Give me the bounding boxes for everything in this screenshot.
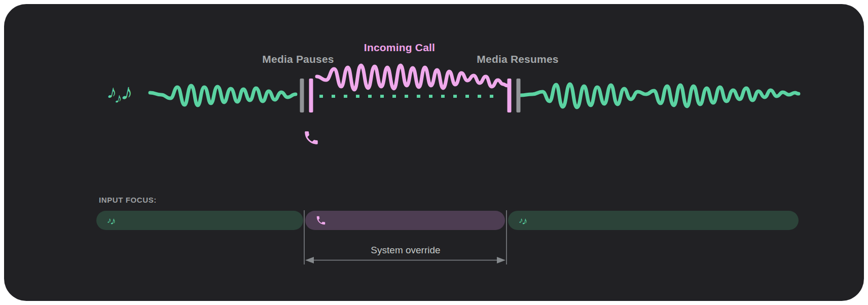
focus-segment-media-after: ♪ ♪	[508, 211, 799, 230]
phone-icon	[303, 129, 320, 146]
music-notes-icon: ♪ ♪	[518, 215, 527, 226]
music-notes-icon: ♪ ♪	[106, 215, 115, 226]
media-wave-before	[150, 86, 296, 105]
resume-marker-pink	[508, 79, 512, 112]
override-arrowhead-left	[305, 257, 314, 263]
resume-marker-gray	[517, 79, 521, 112]
call-wave	[317, 65, 508, 90]
phone-icon	[315, 215, 327, 226]
media-pauses-label: Media Pauses	[262, 53, 334, 65]
input-focus-heading: INPUT FOCUS:	[99, 196, 157, 204]
incoming-call-label: Incoming Call	[364, 42, 435, 54]
system-override-label: System override	[371, 245, 440, 256]
media-wave-after	[521, 84, 799, 107]
music-notes-icon: ♪ ♪ ♪	[105, 81, 131, 104]
pause-marker-gray	[300, 79, 304, 112]
override-arrowhead-right	[497, 257, 505, 263]
focus-segment-media-before: ♪ ♪	[96, 211, 303, 230]
focus-segment-call	[305, 211, 505, 230]
media-resumes-label: Media Resumes	[477, 53, 558, 65]
pause-marker-pink	[309, 79, 313, 112]
audio-focus-diagram: Media Pauses Incoming Call Media Resumes…	[0, 0, 868, 305]
